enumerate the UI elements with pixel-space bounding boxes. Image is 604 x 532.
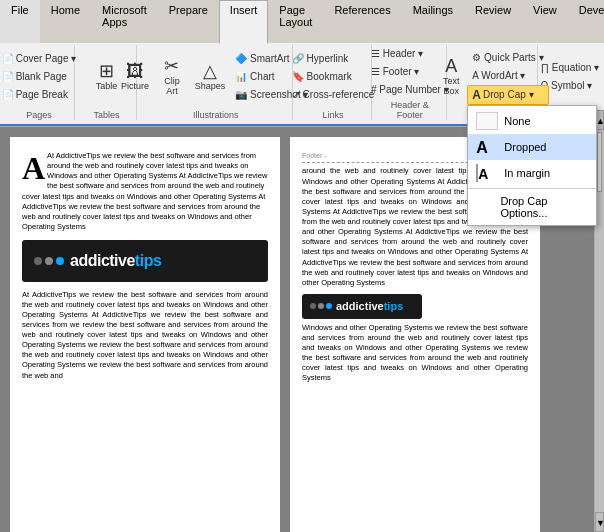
logo-word1: addictive	[70, 252, 135, 269]
table-icon: ⊞	[99, 62, 114, 80]
tab-developer[interactable]: Developer	[568, 0, 604, 43]
drop-cap-label: Drop Cap ▾	[483, 89, 534, 100]
options-icon	[476, 198, 494, 216]
drop-cap-paragraph: A At AddictiveTips we review the best so…	[22, 151, 268, 232]
tab-home[interactable]: Home	[40, 0, 91, 43]
drop-cap-icon: A	[472, 88, 481, 102]
logo-dot-2	[45, 257, 53, 265]
pages-label: Pages	[26, 110, 52, 120]
logo-dot-1	[34, 257, 42, 265]
none-icon	[476, 112, 498, 130]
right-logo-banner: addictivetips	[302, 294, 422, 319]
shapes-icon: △	[203, 62, 217, 80]
text-box-button[interactable]: A TextBox	[437, 54, 465, 99]
drop-cap-button[interactable]: A Drop Cap ▾	[467, 85, 548, 105]
right-dot-3	[326, 303, 332, 309]
pages-group: 📄 Cover Page ▾ 📄 Blank Page 📄 Page Break…	[4, 45, 75, 120]
picture-button[interactable]: 🖼 Picture	[118, 55, 152, 99]
tab-page-layout[interactable]: Page Layout	[268, 0, 323, 43]
ribbon-tabs: File Home Microsoft Apps Prepare Insert …	[0, 0, 604, 43]
dropdown-divider	[468, 188, 596, 189]
links-label: Links	[323, 110, 344, 120]
links-group: 🔗 Hyperlink 🔖 Bookmark ↗ Cross-reference…	[295, 45, 371, 120]
right-dot-2	[318, 303, 324, 309]
drop-cap-dropdown: None A Dropped A In margin	[467, 105, 597, 226]
tab-file[interactable]: File	[0, 0, 40, 43]
tab-references[interactable]: References	[323, 0, 401, 43]
wordart-button[interactable]: A WordArt ▾	[467, 67, 548, 84]
drop-cap-dropped-label: Dropped	[504, 141, 546, 153]
clip-art-icon: ✂	[164, 57, 179, 75]
logo-dots	[34, 257, 64, 265]
drop-cap-in-margin[interactable]: A In margin	[468, 160, 596, 186]
page-break-button[interactable]: 📄 Page Break	[0, 86, 81, 103]
logo-dot-3	[56, 257, 64, 265]
tables-label: Tables	[93, 110, 119, 120]
right-body-text-2: Windows and other Operating Systems we r…	[302, 323, 528, 384]
header-footer-label: Header & Footer	[380, 100, 440, 120]
dropped-icon: A	[476, 138, 498, 156]
scroll-thumb[interactable]	[597, 132, 602, 192]
clip-art-button[interactable]: ✂ Clip Art	[154, 54, 189, 99]
in-margin-icon: A	[476, 164, 498, 182]
right-logo-text: addictivetips	[336, 299, 403, 314]
picture-icon: 🖼	[126, 62, 144, 80]
drop-cap-A: A	[22, 152, 45, 184]
drop-cap-options[interactable]: Drop Cap Options...	[468, 191, 596, 223]
cover-page-button[interactable]: 📄 Cover Page ▾	[0, 50, 81, 67]
text-group: A TextBox ⚙ Quick Parts ▾ A WordArt ▾ A …	[449, 45, 538, 120]
drop-cap-none-label: None	[504, 115, 530, 127]
tab-insert[interactable]: Insert	[219, 0, 269, 44]
tab-mailings[interactable]: Mailings	[402, 0, 464, 43]
left-page: A At AddictiveTips we review the best so…	[10, 137, 280, 532]
drop-cap-dropped[interactable]: A Dropped	[468, 134, 596, 160]
drop-cap-container: A Drop Cap ▾ None A Dropped	[467, 85, 548, 105]
right-logo-dots	[310, 303, 332, 309]
right-dot-1	[310, 303, 316, 309]
logo-text: addictivetips	[70, 250, 161, 272]
drop-cap-options-label: Drop Cap Options...	[500, 195, 588, 219]
tab-review[interactable]: Review	[464, 0, 522, 43]
quick-parts-button[interactable]: ⚙ Quick Parts ▾	[467, 49, 548, 66]
logo-word2: tips	[135, 252, 161, 269]
shapes-button[interactable]: △ Shapes	[192, 55, 229, 99]
drop-cap-none[interactable]: None	[468, 108, 596, 134]
left-logo-banner: addictivetips	[22, 240, 268, 282]
header-footer-group: ☰ Header ▾ ☰ Footer ▾ # Page Number ▾ He…	[374, 45, 447, 120]
blank-page-button[interactable]: 📄 Blank Page	[0, 68, 81, 85]
left-body-text-2: At AddictiveTips we review the best soft…	[22, 290, 268, 381]
tab-microsoft-apps[interactable]: Microsoft Apps	[91, 0, 158, 43]
ribbon: File Home Microsoft Apps Prepare Insert …	[0, 0, 604, 127]
drop-cap-in-margin-label: In margin	[504, 167, 550, 179]
scroll-down[interactable]: ▼	[595, 512, 604, 532]
ribbon-body: 📄 Cover Page ▾ 📄 Blank Page 📄 Page Break…	[0, 43, 604, 126]
left-body-text: At AddictiveTips we review the best soft…	[22, 151, 267, 231]
tab-prepare[interactable]: Prepare	[158, 0, 219, 43]
illustrations-label: Illustrations	[193, 110, 239, 120]
text-box-icon: A	[445, 57, 457, 75]
illustrations-group: 🖼 Picture ✂ Clip Art △ Shapes 🔷 SmartArt…	[139, 45, 294, 120]
tab-view[interactable]: View	[522, 0, 568, 43]
